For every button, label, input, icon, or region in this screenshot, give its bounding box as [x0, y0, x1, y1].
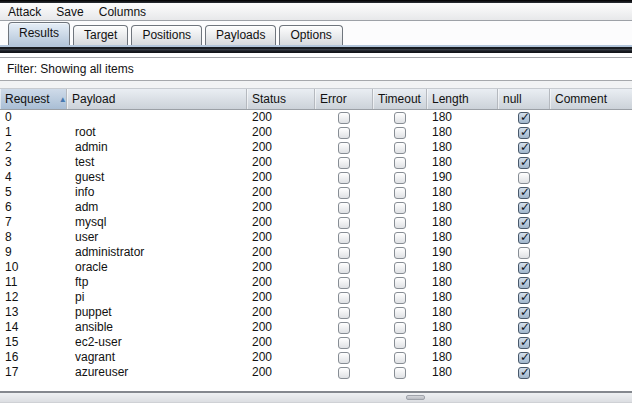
error-checkbox[interactable] [338, 202, 350, 214]
error-checkbox[interactable] [338, 322, 350, 334]
null-checkbox[interactable] [518, 112, 530, 124]
table-row[interactable]: 0200180 [0, 110, 632, 125]
filter-text: Filter: Showing all items [7, 62, 134, 76]
null-checkbox[interactable] [518, 142, 530, 154]
cell-payload: pi [67, 290, 247, 305]
table-row[interactable]: 2admin200180 [0, 140, 632, 155]
intruder-attack-window: AttackSaveColumns ResultsTargetPositions… [0, 0, 632, 403]
cell-null [498, 262, 550, 274]
error-checkbox[interactable] [338, 352, 350, 364]
cell-request: 14 [0, 320, 67, 335]
table-row[interactable]: 4guest200190 [0, 170, 632, 185]
timeout-checkbox[interactable] [394, 217, 406, 229]
null-checkbox[interactable] [518, 217, 530, 229]
null-checkbox[interactable] [518, 352, 530, 364]
cell-payload: root [67, 125, 247, 140]
null-checkbox[interactable] [518, 277, 530, 289]
error-checkbox[interactable] [338, 292, 350, 304]
timeout-checkbox[interactable] [394, 247, 406, 259]
timeout-checkbox[interactable] [394, 157, 406, 169]
timeout-checkbox[interactable] [394, 112, 406, 124]
null-checkbox[interactable] [518, 157, 530, 169]
table-row[interactable]: 12pi200180 [0, 290, 632, 305]
null-checkbox[interactable] [518, 337, 530, 349]
cell-length: 190 [427, 170, 498, 185]
column-header-status[interactable]: Status [247, 89, 315, 109]
error-checkbox[interactable] [338, 247, 350, 259]
table-row[interactable]: 11ftp200180 [0, 275, 632, 290]
timeout-checkbox[interactable] [394, 277, 406, 289]
column-header-length[interactable]: Length [427, 89, 498, 109]
table-row[interactable]: 10oracle200180 [0, 260, 632, 275]
tab-payloads[interactable]: Payloads [205, 25, 276, 45]
column-header-null[interactable]: null [498, 89, 550, 109]
tab-options[interactable]: Options [279, 25, 342, 45]
table-row[interactable]: 1root200180 [0, 125, 632, 140]
table-row[interactable]: 9administrator200190 [0, 245, 632, 260]
table-row[interactable]: 3test200180 [0, 155, 632, 170]
column-header-timeout[interactable]: Timeout [373, 89, 427, 109]
timeout-checkbox[interactable] [394, 202, 406, 214]
null-checkbox[interactable] [518, 307, 530, 319]
error-checkbox[interactable] [338, 157, 350, 169]
menu-item-columns[interactable]: Columns [98, 5, 147, 19]
null-checkbox[interactable] [518, 367, 530, 379]
table-row[interactable]: 13puppet200180 [0, 305, 632, 320]
menu-item-attack[interactable]: Attack [7, 5, 42, 19]
table-row[interactable]: 5info200180 [0, 185, 632, 200]
column-header-comment[interactable]: Comment [550, 89, 632, 109]
table-row[interactable]: 8user200180 [0, 230, 632, 245]
timeout-checkbox[interactable] [394, 352, 406, 364]
error-checkbox[interactable] [338, 127, 350, 139]
menu-item-save[interactable]: Save [55, 5, 84, 19]
error-checkbox[interactable] [338, 337, 350, 349]
timeout-checkbox[interactable] [394, 322, 406, 334]
column-header-error[interactable]: Error [315, 89, 373, 109]
null-checkbox[interactable] [518, 127, 530, 139]
table-row[interactable]: 16vagrant200180 [0, 350, 632, 365]
table-row[interactable]: 7mysql200180 [0, 215, 632, 230]
timeout-checkbox[interactable] [394, 172, 406, 184]
null-checkbox[interactable] [518, 202, 530, 214]
null-checkbox[interactable] [518, 322, 530, 334]
error-checkbox[interactable] [338, 307, 350, 319]
error-checkbox[interactable] [338, 112, 350, 124]
timeout-checkbox[interactable] [394, 367, 406, 379]
null-checkbox[interactable] [518, 187, 530, 199]
error-checkbox[interactable] [338, 217, 350, 229]
column-header-request[interactable]: Request▲ [0, 89, 67, 109]
table-row[interactable]: 15ec2-user200180 [0, 335, 632, 350]
error-checkbox[interactable] [338, 172, 350, 184]
tab-target[interactable]: Target [73, 25, 128, 45]
error-checkbox[interactable] [338, 187, 350, 199]
null-checkbox[interactable] [518, 172, 530, 184]
timeout-checkbox[interactable] [394, 127, 406, 139]
column-header-payload[interactable]: Payload [67, 89, 247, 109]
error-checkbox[interactable] [338, 367, 350, 379]
null-checkbox[interactable] [518, 232, 530, 244]
timeout-checkbox[interactable] [394, 187, 406, 199]
error-checkbox[interactable] [338, 232, 350, 244]
table-row[interactable]: 17azureuser200180 [0, 365, 632, 380]
splitter-grip-icon[interactable] [406, 395, 425, 400]
tab-results[interactable]: Results [8, 22, 70, 45]
timeout-checkbox[interactable] [394, 232, 406, 244]
timeout-checkbox[interactable] [394, 142, 406, 154]
filter-bar[interactable]: Filter: Showing all items [0, 57, 632, 81]
null-checkbox[interactable] [518, 262, 530, 274]
error-checkbox[interactable] [338, 277, 350, 289]
cell-request: 11 [0, 275, 67, 290]
timeout-checkbox[interactable] [394, 337, 406, 349]
table-row[interactable]: 14ansible200180 [0, 320, 632, 335]
null-checkbox[interactable] [518, 292, 530, 304]
error-checkbox[interactable] [338, 262, 350, 274]
error-checkbox[interactable] [338, 142, 350, 154]
tab-positions[interactable]: Positions [131, 25, 202, 45]
timeout-checkbox[interactable] [394, 262, 406, 274]
pane-splitter[interactable] [0, 393, 632, 403]
cell-request: 7 [0, 215, 67, 230]
timeout-checkbox[interactable] [394, 292, 406, 304]
table-row[interactable]: 6adm200180 [0, 200, 632, 215]
null-checkbox[interactable] [518, 247, 530, 259]
timeout-checkbox[interactable] [394, 307, 406, 319]
